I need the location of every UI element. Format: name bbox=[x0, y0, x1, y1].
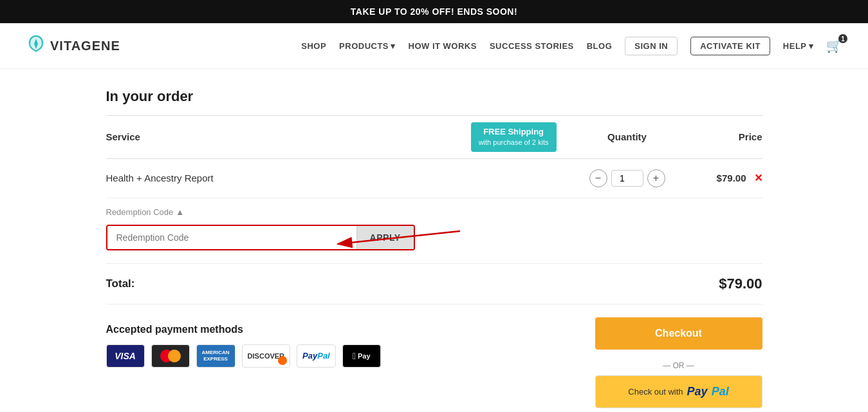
quantity-decrease-button[interactable]: − bbox=[589, 169, 607, 187]
redemption-toggle[interactable]: Redemption Code ▲ bbox=[106, 207, 762, 217]
checkout-section: Checkout — OR — Check out with PayPal ★ … bbox=[595, 311, 762, 412]
service-header: Service bbox=[106, 131, 471, 142]
service-name: Health + Ancestry Report bbox=[106, 173, 569, 183]
quantity-control: − + bbox=[569, 169, 685, 187]
remove-item-button[interactable]: ✕ bbox=[754, 172, 762, 184]
price-header: Price bbox=[685, 131, 762, 142]
payment-icons: VISA AMERICANEXPRESS DISCOVER PayPal  bbox=[106, 344, 569, 368]
shipping-badge-main: FREE Shipping bbox=[479, 126, 549, 138]
total-amount: $79.00 bbox=[719, 276, 762, 292]
products-chevron-icon: ▾ bbox=[391, 41, 396, 51]
apply-redemption-button[interactable]: APPLY bbox=[356, 226, 414, 249]
paypal-checkout-label: Check out with bbox=[628, 387, 683, 397]
redemption-input-row: APPLY bbox=[106, 225, 415, 250]
bottom-section: Accepted payment methods VISA AMERICANEX… bbox=[106, 311, 762, 412]
payment-title: Accepted payment methods bbox=[106, 324, 569, 335]
nav-sign-in[interactable]: SIGN IN bbox=[625, 37, 678, 55]
nav-activate-kit[interactable]: ACTIVATE KIT bbox=[690, 37, 770, 55]
banner-text: TAKE UP TO 20% OFF! ENDS SOON! bbox=[351, 6, 517, 17]
paypal-brand-icon: Pay bbox=[687, 385, 708, 398]
nav-shop[interactable]: SHOP bbox=[301, 41, 326, 51]
cart-badge: 1 bbox=[838, 34, 847, 43]
paypal-checkout-button[interactable]: Check out with PayPal bbox=[595, 375, 762, 408]
mastercard-icon bbox=[151, 344, 190, 368]
nav-how-it-works[interactable]: HOW IT WORKS bbox=[409, 41, 477, 51]
main-content: In your order Service FREE Shipping with… bbox=[80, 69, 788, 412]
nav-help[interactable]: HELP ▾ bbox=[783, 41, 813, 51]
logo-text: VITAGENE bbox=[50, 39, 120, 53]
applepay-icon:  Pay bbox=[342, 344, 381, 368]
visa-icon: VISA bbox=[106, 344, 145, 368]
item-price: $79.00 ✕ bbox=[685, 172, 762, 184]
order-item-row: Health + Ancestry Report − + $79.00 ✕ bbox=[106, 159, 762, 198]
redemption-section: Redemption Code ▲ APPLY bbox=[106, 198, 762, 264]
quantity-input[interactable] bbox=[611, 170, 643, 187]
total-row: Total: $79.00 bbox=[106, 264, 762, 304]
paypal-payment-icon: PayPal bbox=[297, 344, 336, 368]
redemption-input-container: APPLY bbox=[106, 225, 415, 250]
nav-success-stories[interactable]: SUCCESS STORIES bbox=[490, 41, 574, 51]
redemption-code-input[interactable] bbox=[107, 226, 356, 249]
cart-icon[interactable]: 🛒 1 bbox=[826, 38, 842, 53]
discover-icon: DISCOVER bbox=[242, 344, 290, 368]
nav-blog[interactable]: BLOG bbox=[587, 41, 613, 51]
quantity-header: Quantity bbox=[569, 131, 685, 142]
payment-section: Accepted payment methods VISA AMERICANEX… bbox=[106, 311, 569, 380]
item-price-value: $79.00 bbox=[717, 173, 746, 183]
nav-products[interactable]: PRODUCTS ▾ bbox=[339, 41, 395, 51]
checkout-button[interactable]: Checkout bbox=[595, 317, 762, 350]
help-chevron-icon: ▾ bbox=[809, 41, 814, 51]
shipping-badge-sub: with purchase of 2 kits bbox=[479, 138, 549, 147]
paypal-brand-blue: Pal bbox=[712, 385, 729, 398]
header: VITAGENE SHOP PRODUCTS ▾ HOW IT WORKS SU… bbox=[0, 23, 868, 69]
promotional-banner: TAKE UP TO 20% OFF! ENDS SOON! bbox=[0, 0, 868, 23]
order-table-header: Service FREE Shipping with purchase of 2… bbox=[106, 115, 762, 159]
total-label: Total: bbox=[106, 277, 719, 290]
redemption-toggle-label: Redemption Code bbox=[106, 207, 174, 217]
redemption-chevron-icon: ▲ bbox=[176, 207, 184, 217]
shipping-badge: FREE Shipping with purchase of 2 kits bbox=[471, 122, 557, 152]
logo[interactable]: VITAGENE bbox=[26, 33, 120, 58]
quantity-increase-button[interactable]: + bbox=[647, 169, 665, 187]
logo-icon bbox=[26, 33, 46, 58]
main-nav: SHOP PRODUCTS ▾ HOW IT WORKS SUCCESS STO… bbox=[301, 37, 842, 55]
order-section: In your order Service FREE Shipping with… bbox=[106, 88, 762, 412]
amex-icon: AMERICANEXPRESS bbox=[196, 344, 235, 368]
or-divider: — OR — bbox=[595, 361, 762, 370]
order-title: In your order bbox=[106, 88, 762, 105]
